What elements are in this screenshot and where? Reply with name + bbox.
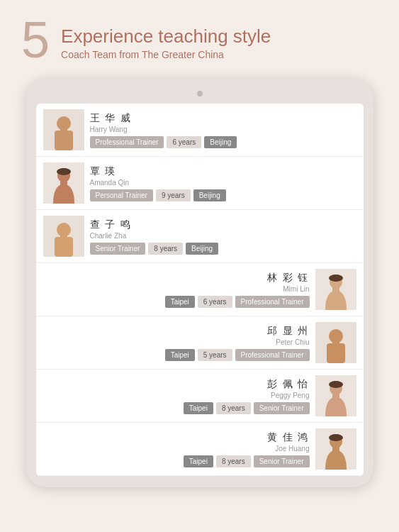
role-tag: Professional Trainer — [90, 136, 164, 148]
svg-rect-17 — [327, 343, 345, 363]
trainer-tags: Personal Trainer 9 years Beijing — [90, 189, 351, 201]
role-tag: Senior Trainer — [254, 402, 310, 414]
years-tag: 8 years — [216, 455, 251, 467]
trainer-name-zh: 彭 佩 怡 — [49, 378, 310, 391]
trainer-name-zh: 黄 佳 鸿 — [49, 431, 310, 444]
trainer-info: 黄 佳 鸿 Joe Huang Taipei 8 years Senior Tr… — [43, 431, 315, 467]
trainer-tags: Taipei 6 years Professional Trainer — [49, 296, 310, 308]
role-tag: Senior Trainer — [254, 455, 310, 467]
svg-rect-19 — [332, 342, 339, 346]
header-section: 5 Experience teaching style Coach Team f… — [0, 0, 399, 79]
trainer-info: 彭 佩 怡 Peggy Peng Taipei 8 years Senior T… — [43, 378, 315, 414]
tablet-camera — [197, 91, 203, 96]
city-tag: Beijing — [193, 189, 226, 201]
trainer-name-en: Mimi Lin — [49, 285, 310, 293]
city-tag: Taipei — [184, 402, 213, 414]
svg-point-23 — [329, 381, 343, 388]
trainer-name-en: Amanda Qin — [90, 179, 351, 187]
trainer-row: 邱 显 州 Peter Chiu Taipei 5 years Professi… — [36, 316, 364, 370]
svg-point-10 — [57, 223, 71, 237]
trainer-row: 林 彩 钰 Mimi Lin Taipei 6 years Profession… — [36, 263, 364, 316]
svg-rect-22 — [332, 394, 339, 398]
trainer-name-en: Charlie Zha — [90, 232, 351, 240]
years-tag: 6 years — [167, 136, 201, 148]
avatar — [43, 109, 84, 150]
header-text: Experience teaching style Coach Team fro… — [61, 20, 271, 60]
trainer-name-en: Peggy Peng — [49, 392, 310, 399]
trainer-info: 林 彩 钰 Mimi Lin Taipei 6 years Profession… — [43, 272, 315, 308]
years-tag: 5 years — [198, 349, 232, 361]
avatar — [315, 322, 356, 363]
avatar — [315, 428, 356, 470]
svg-rect-1 — [55, 131, 73, 150]
trainer-info: 查 子 鸣 Charlie Zha Senior Trainer 8 years… — [84, 218, 356, 255]
trainer-tags: Professional Trainer 6 years Beijing — [90, 136, 351, 148]
avatar — [315, 269, 356, 310]
trainer-name-zh: 覃 瑛 — [90, 165, 351, 178]
avatar — [315, 375, 356, 416]
city-tag: Beijing — [186, 243, 218, 255]
svg-rect-11 — [60, 235, 67, 240]
years-tag: 8 years — [148, 243, 183, 255]
svg-point-18 — [329, 329, 343, 343]
city-tag: Taipei — [165, 349, 195, 361]
trainer-info: 邱 显 州 Peter Chiu Taipei 5 years Professi… — [43, 325, 315, 361]
trainer-row: 王 华 威 Harry Wang Professional Trainer 6 … — [36, 104, 364, 157]
svg-rect-9 — [55, 237, 73, 257]
role-tag: Personal Trainer — [90, 189, 153, 201]
trainer-row: 覃 瑛 Amanda Qin Personal Trainer 9 years … — [36, 157, 364, 210]
role-tag: Senior Trainer — [90, 243, 146, 255]
svg-point-27 — [329, 434, 343, 441]
svg-point-15 — [329, 275, 343, 282]
avatar — [43, 162, 84, 204]
trainer-info: 王 华 威 Harry Wang Professional Trainer 6 … — [84, 112, 356, 148]
trainer-name-zh: 王 华 威 — [90, 112, 351, 125]
trainer-row: 查 子 鸣 Charlie Zha Senior Trainer 8 years… — [36, 210, 364, 263]
avatar — [43, 216, 84, 257]
trainer-info: 覃 瑛 Amanda Qin Personal Trainer 9 years … — [84, 165, 356, 201]
trainer-name-en: Peter Chiu — [49, 338, 310, 346]
step-number: 5 — [21, 14, 50, 65]
role-tag: Professional Trainer — [235, 349, 310, 361]
trainer-name-zh: 邱 显 州 — [49, 325, 310, 338]
svg-point-7 — [57, 168, 71, 175]
city-tag: Taipei — [165, 296, 195, 308]
trainer-name-zh: 林 彩 钰 — [49, 272, 310, 284]
trainer-row: 彭 佩 怡 Peggy Peng Taipei 8 years Senior T… — [36, 370, 364, 423]
trainer-name-en: Harry Wang — [90, 126, 351, 133]
header-title: Experience teaching style — [61, 26, 271, 48]
svg-rect-3 — [60, 129, 67, 133]
years-tag: 8 years — [216, 402, 251, 414]
svg-rect-6 — [60, 181, 67, 185]
trainer-tags: Taipei 8 years Senior Trainer — [49, 455, 310, 467]
tablet-screen: 王 华 威 Harry Wang Professional Trainer 6 … — [36, 104, 364, 476]
years-tag: 6 years — [198, 296, 232, 308]
tablet-frame: 王 华 威 Harry Wang Professional Trainer 6 … — [26, 79, 373, 487]
trainer-tags: Taipei 8 years Senior Trainer — [49, 402, 310, 414]
svg-rect-26 — [332, 447, 339, 451]
svg-point-2 — [57, 116, 71, 131]
years-tag: 9 years — [156, 189, 191, 201]
trainer-tags: Senior Trainer 8 years Beijing — [90, 243, 351, 255]
header-subtitle: Coach Team from The Greater China — [61, 49, 271, 60]
role-tag: Professional Trainer — [235, 296, 310, 308]
trainer-name-en: Joe Huang — [49, 445, 310, 453]
city-tag: Beijing — [204, 136, 237, 148]
city-tag: Taipei — [184, 455, 213, 467]
svg-rect-14 — [332, 287, 339, 292]
trainer-row: 黄 佳 鸿 Joe Huang Taipei 8 years Senior Tr… — [36, 423, 364, 476]
trainer-name-zh: 查 子 鸣 — [90, 218, 351, 231]
trainer-tags: Taipei 5 years Professional Trainer — [49, 349, 310, 361]
